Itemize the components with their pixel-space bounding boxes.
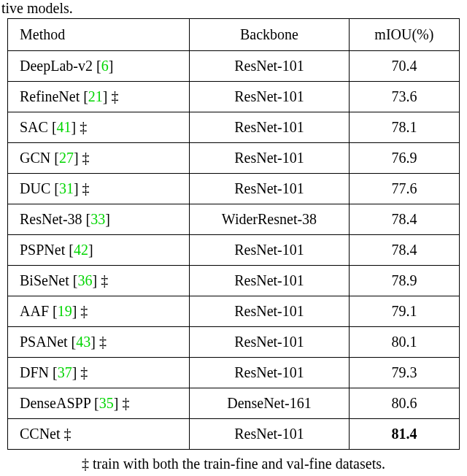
method-cell: DenseASPP [35] ‡: [8, 388, 190, 419]
backbone-cell: DenseNet-161: [190, 388, 350, 419]
backbone-cell: ResNet-101: [190, 266, 350, 296]
dagger-icon: ‡: [97, 272, 108, 288]
backbone-cell: ResNet-101: [190, 235, 350, 266]
table-row: DeepLab-v2 [6]ResNet-10170.4: [8, 51, 460, 82]
miou-cell: 78.4: [349, 235, 459, 266]
backbone-cell: ResNet-101: [190, 143, 350, 174]
method-name: GCN: [20, 150, 54, 166]
final-backbone: ResNet-101: [190, 419, 350, 450]
method-name: DUC: [20, 180, 54, 196]
miou-cell: 70.4: [349, 51, 459, 82]
miou-cell: 76.9: [349, 143, 459, 174]
table-row: AAF [19] ‡ResNet-10179.1: [8, 296, 460, 327]
table-row-final: CCNet ‡ ResNet-101 81.4: [8, 419, 460, 450]
header-miou: mIOU(%): [349, 19, 459, 51]
citation-link[interactable]: 41: [57, 119, 72, 135]
miou-cell: 78.1: [349, 112, 459, 143]
miou-cell: 80.1: [349, 327, 459, 358]
table-row: RefineNet [21] ‡ResNet-10173.6: [8, 82, 460, 112]
backbone-cell: ResNet-101: [190, 82, 350, 112]
method-name: SAC: [20, 119, 52, 135]
citation-link[interactable]: 36: [77, 272, 92, 288]
method-cell: DUC [31] ‡: [8, 174, 190, 204]
header-method: Method: [8, 19, 190, 51]
miou-cell: 78.4: [349, 204, 459, 235]
results-table: Method Backbone mIOU(%) DeepLab-v2 [6]Re…: [7, 18, 460, 450]
method-name: PSPNet: [20, 242, 69, 258]
backbone-cell: ResNet-101: [190, 327, 350, 358]
method-cell: BiSeNet [36] ‡: [8, 266, 190, 296]
backbone-cell: ResNet-101: [190, 358, 350, 388]
method-name: BiSeNet: [20, 272, 73, 288]
miou-cell: 79.3: [349, 358, 459, 388]
dagger-icon: ‡: [79, 150, 90, 166]
citation-link[interactable]: 33: [90, 211, 105, 227]
citation-link[interactable]: 19: [58, 303, 72, 319]
method-cell: SAC [41] ‡: [8, 112, 190, 143]
method-name: DeepLab-v2: [20, 58, 96, 74]
citation-link[interactable]: 21: [88, 88, 103, 104]
dagger-icon: ‡: [108, 88, 119, 104]
header-backbone: Backbone: [190, 19, 350, 51]
table-row: PSANet [43] ‡ResNet-10180.1: [8, 327, 460, 358]
table-row: SAC [41] ‡ResNet-10178.1: [8, 112, 460, 143]
miou-cell: 78.9: [349, 266, 459, 296]
table-row: ResNet-38 [33]WiderResnet-3878.4: [8, 204, 460, 235]
method-cell: AAF [19] ‡: [8, 296, 190, 327]
caption-fragment: tive models.: [0, 0, 467, 17]
table-header-row: Method Backbone mIOU(%): [8, 19, 460, 51]
method-cell: ResNet-38 [33]: [8, 204, 190, 235]
dagger-icon: ‡: [77, 303, 88, 319]
method-cell: GCN [27] ‡: [8, 143, 190, 174]
miou-cell: 73.6: [349, 82, 459, 112]
citation-link[interactable]: 27: [59, 150, 74, 166]
backbone-cell: ResNet-101: [190, 296, 350, 327]
method-name: DenseASPP: [20, 395, 94, 411]
dagger-icon: ‡: [76, 119, 87, 135]
miou-cell: 80.6: [349, 388, 459, 419]
citation-link[interactable]: 43: [76, 334, 90, 350]
dagger-icon: ‡: [77, 364, 88, 380]
results-table-wrap: Method Backbone mIOU(%) DeepLab-v2 [6]Re…: [0, 18, 467, 472]
table-row: DFN [37] ‡ResNet-10179.3: [8, 358, 460, 388]
table-row: BiSeNet [36] ‡ResNet-10178.9: [8, 266, 460, 296]
final-miou: 81.4: [349, 419, 459, 450]
table-row: DenseASPP [35] ‡DenseNet-16180.6: [8, 388, 460, 419]
method-cell: PSPNet [42]: [8, 235, 190, 266]
table-footnote: ‡ train with both the train-fine and val…: [7, 450, 460, 472]
method-name: DFN: [20, 364, 53, 380]
miou-cell: 77.6: [349, 174, 459, 204]
method-name: AAF: [20, 303, 53, 319]
method-name: PSANet: [20, 334, 72, 350]
citation-link[interactable]: 6: [101, 58, 109, 74]
citation-link[interactable]: 37: [58, 364, 72, 380]
method-cell: DFN [37] ‡: [8, 358, 190, 388]
method-cell: PSANet [43] ‡: [8, 327, 190, 358]
dagger-icon: ‡: [96, 334, 107, 350]
dagger-icon: ‡: [64, 426, 72, 442]
citation-link[interactable]: 31: [59, 180, 74, 196]
miou-cell: 79.1: [349, 296, 459, 327]
final-method: CCNet ‡: [8, 419, 190, 450]
method-name: CCNet: [20, 426, 64, 442]
backbone-cell: ResNet-101: [190, 174, 350, 204]
method-name: RefineNet: [20, 88, 83, 104]
table-row: PSPNet [42]ResNet-10178.4: [8, 235, 460, 266]
citation-link[interactable]: 42: [74, 242, 88, 258]
method-cell: DeepLab-v2 [6]: [8, 51, 190, 82]
table-row: GCN [27] ‡ResNet-10176.9: [8, 143, 460, 174]
backbone-cell: ResNet-101: [190, 112, 350, 143]
method-cell: RefineNet [21] ‡: [8, 82, 190, 112]
dagger-icon: ‡: [118, 395, 129, 411]
table-row: DUC [31] ‡ResNet-10177.6: [8, 174, 460, 204]
citation-link[interactable]: 35: [99, 395, 114, 411]
backbone-cell: WiderResnet-38: [190, 204, 350, 235]
method-name: ResNet-38: [20, 211, 86, 227]
backbone-cell: ResNet-101: [190, 51, 350, 82]
dagger-icon: ‡: [79, 180, 90, 196]
